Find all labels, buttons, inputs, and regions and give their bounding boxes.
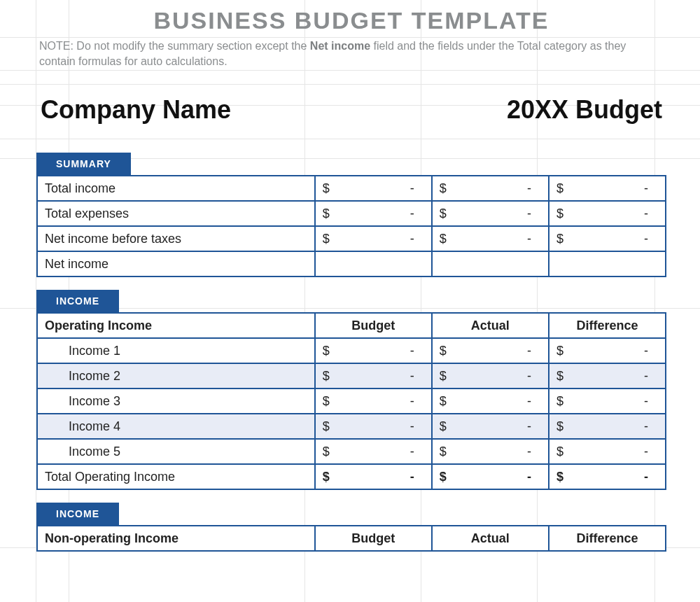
col-difference-2: Difference [549,526,666,551]
operating-difference-cell[interactable]: $- [549,414,666,439]
operating-budget-cell[interactable]: $- [315,388,432,414]
col-actual-2: Actual [432,526,549,551]
summary-row-label: Net income before taxes [37,226,315,251]
company-name[interactable]: Company Name [41,95,231,125]
summary-row: Net income before taxes$-$-$- [37,226,666,251]
summary-budget-cell[interactable]: $- [315,176,432,201]
col-actual: Actual [432,313,549,338]
operating-row: Income 2$-$-$- [37,363,666,388]
summary-row: Net income [37,251,666,276]
summary-budget-cell[interactable]: $- [315,226,432,251]
operating-total-row: Total Operating Income $- $- $- [37,464,666,489]
operating-total-actual[interactable]: $- [432,464,549,489]
operating-row: Income 4$-$-$- [37,414,666,439]
nonoperating-header: Non-operating Income [37,526,315,551]
operating-row-label[interactable]: Income 3 [37,388,315,414]
summary-difference-cell[interactable] [549,251,666,276]
note-text: NOTE: Do not modify the summary section … [36,38,666,76]
operating-difference-cell[interactable]: $- [549,388,666,414]
note-pre: NOTE: Do not modify the summary section … [39,40,310,52]
income-tab-2: INCOME [36,503,119,525]
operating-row-label[interactable]: Income 1 [37,338,315,363]
operating-total-difference[interactable]: $- [549,464,666,489]
operating-actual-cell[interactable]: $- [432,414,549,439]
page-title: BUSINESS BUDGET TEMPLATE [36,0,666,38]
operating-row-label[interactable]: Income 2 [37,363,315,388]
operating-budget-cell[interactable]: $- [315,363,432,388]
summary-row-label: Total expenses [37,201,315,226]
nonoperating-income-section: INCOME Non-operating Income Budget Actua… [36,503,666,552]
operating-budget-cell[interactable]: $- [315,414,432,439]
summary-row: Total income$-$-$- [37,176,666,201]
operating-income-table: Operating Income Budget Actual Differenc… [36,312,666,490]
operating-income-section: INCOME Operating Income Budget Actual Di… [36,290,666,490]
summary-difference-cell[interactable]: $- [549,176,666,201]
operating-row-label[interactable]: Income 4 [37,414,315,439]
budget-year[interactable]: 20XX Budget [507,95,662,125]
operating-total-label: Total Operating Income [37,464,315,489]
summary-difference-cell[interactable]: $- [549,201,666,226]
nonoperating-header-row: Non-operating Income Budget Actual Diffe… [37,526,666,551]
summary-row-label: Total income [37,176,315,201]
operating-difference-cell[interactable]: $- [549,439,666,464]
summary-section: SUMMARY Total income$-$-$-Total expenses… [36,153,666,277]
operating-header-row: Operating Income Budget Actual Differenc… [37,313,666,338]
operating-difference-cell[interactable]: $- [549,338,666,363]
col-difference: Difference [549,313,666,338]
summary-tab: SUMMARY [36,153,131,175]
operating-budget-cell[interactable]: $- [315,338,432,363]
operating-row-label[interactable]: Income 5 [37,439,315,464]
operating-actual-cell[interactable]: $- [432,338,549,363]
summary-row-label: Net income [37,251,315,276]
operating-budget-cell[interactable]: $- [315,439,432,464]
heading-row: Company Name 20XX Budget [36,76,666,140]
summary-actual-cell[interactable] [432,251,549,276]
summary-actual-cell[interactable]: $- [432,176,549,201]
nonoperating-income-table: Non-operating Income Budget Actual Diffe… [36,525,666,552]
operating-actual-cell[interactable]: $- [432,363,549,388]
summary-actual-cell[interactable]: $- [432,201,549,226]
summary-difference-cell[interactable]: $- [549,226,666,251]
col-budget: Budget [315,313,432,338]
operating-row: Income 5$-$-$- [37,439,666,464]
operating-header: Operating Income [37,313,315,338]
operating-row: Income 3$-$-$- [37,388,666,414]
operating-actual-cell[interactable]: $- [432,388,549,414]
income-tab-1: INCOME [36,290,119,312]
operating-difference-cell[interactable]: $- [549,363,666,388]
note-bold: Net income [310,40,370,52]
summary-budget-cell[interactable] [315,251,432,276]
summary-row: Total expenses$-$-$- [37,201,666,226]
operating-actual-cell[interactable]: $- [432,439,549,464]
summary-table: Total income$-$-$-Total expenses$-$-$-Ne… [36,175,666,277]
operating-row: Income 1$-$-$- [37,338,666,363]
col-budget-2: Budget [315,526,432,551]
summary-budget-cell[interactable]: $- [315,201,432,226]
summary-actual-cell[interactable]: $- [432,226,549,251]
operating-total-budget[interactable]: $- [315,464,432,489]
